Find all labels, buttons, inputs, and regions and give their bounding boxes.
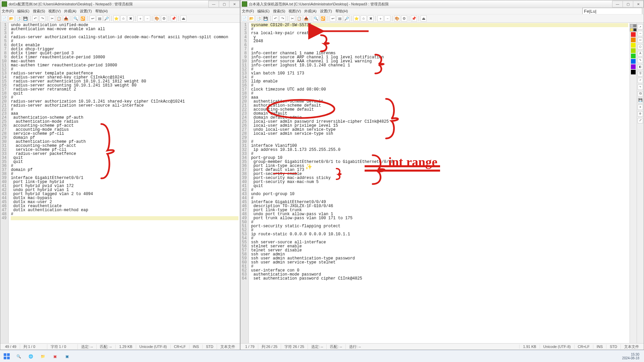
guides-icon[interactable]: ▤ — [97, 15, 103, 21]
zoom-icon[interactable]: 🔎 — [104, 15, 110, 21]
close-button[interactable]: ✕ — [229, 1, 240, 7]
minimize-button[interactable]: — — [612, 1, 623, 7]
zoom-out-icon[interactable]: － — [384, 15, 390, 21]
menu-edit[interactable]: 编辑(E) — [17, 9, 30, 14]
tool-close-icon[interactable]: ✕ — [638, 105, 643, 110]
editor-right[interactable]: 1234567891011121314151617181920212223242… — [240, 23, 644, 343]
editor-left[interactable]: 1234567891011121314151617181920212223242… — [0, 23, 240, 343]
menu-search[interactable]: 搜索(S) — [273, 9, 285, 14]
bookmark-icon[interactable]: ⭐ — [113, 15, 119, 21]
replace-icon[interactable]: 🔁 — [80, 15, 86, 21]
menu-file[interactable]: 文件(F) — [242, 9, 254, 14]
menu-help[interactable]: 帮助(H) — [335, 9, 348, 14]
guides-icon[interactable]: ▤ — [337, 15, 343, 21]
new-file-icon[interactable]: 📄 — [1, 15, 7, 21]
copy-icon[interactable]: 📋 — [56, 15, 62, 21]
exit-icon[interactable]: ⏏ — [180, 15, 186, 21]
toolbar-left: 📄 📂 📑 💾 ↶ ↷ ✂ 📋 📥 🔍 🔁 ↩ ▤ 🔎 ⭐ ☆ ✖ ＋ － — [0, 14, 240, 23]
find-icon[interactable]: 🔍 — [313, 15, 319, 21]
tool-save-icon[interactable]: 💾 — [638, 98, 643, 103]
config-icon[interactable]: ⚙ — [401, 15, 407, 21]
config-icon[interactable]: ⚙ — [161, 15, 167, 21]
menu-settings[interactable]: 设置(T) — [320, 9, 332, 14]
menu-edit[interactable]: 编辑(E) — [257, 9, 270, 14]
menu-view[interactable]: 视图(V) — [288, 9, 301, 14]
tool-copy-icon[interactable]: ⧉ — [638, 91, 643, 97]
status-col: 列 26 / 25 — [258, 344, 281, 349]
bookmark-icon[interactable]: ⭐ — [354, 15, 360, 21]
tool-highlight-icon[interactable]: ◧ — [638, 64, 643, 70]
star-icon[interactable]: ☆ — [120, 15, 126, 21]
cut-icon[interactable]: ✂ — [49, 15, 55, 21]
maximize-button[interactable]: ▢ — [219, 1, 229, 7]
tool-redo-icon[interactable]: ↷ — [638, 84, 643, 90]
star-icon[interactable]: ☆ — [361, 15, 367, 21]
menu-settings[interactable]: 设置(T) — [80, 9, 92, 14]
start-button[interactable] — [2, 352, 11, 361]
open-file-icon[interactable]: 📂 — [8, 15, 14, 21]
menu-view[interactable]: 视图(V) — [48, 9, 61, 14]
undo-icon[interactable]: ↶ — [32, 15, 38, 21]
redo-icon[interactable]: ↷ — [39, 15, 45, 21]
save-icon[interactable]: 💾 — [263, 15, 269, 21]
menu-file[interactable]: 文件(F) — [2, 9, 14, 14]
clear-mark-icon[interactable]: ✖ — [127, 15, 133, 21]
titlebar-left: dot1x配置范例.txt [C:\Users\Administrator\De… — [0, 0, 240, 8]
open-file-icon[interactable]: 📂 — [249, 15, 255, 21]
close-button[interactable]: ✕ — [633, 1, 644, 7]
taskbar-app2-icon[interactable]: ▣ — [62, 352, 72, 361]
zoom-out-icon[interactable]: － — [144, 15, 150, 21]
scheme-icon[interactable]: 🎨 — [154, 15, 160, 21]
menu-help[interactable]: 帮助(H) — [95, 9, 108, 14]
status-std: STD — [606, 345, 621, 349]
tool-expand-icon[interactable]: ⤢ — [638, 118, 643, 123]
browse-icon[interactable]: 📑 — [256, 15, 262, 21]
status-enc: Unicode (UTF-8) — [136, 345, 170, 349]
exit-icon[interactable]: ⏏ — [421, 15, 427, 21]
taskbar-app1-icon[interactable]: ▣ — [50, 352, 60, 361]
tool-arrow-icon[interactable]: ↗ — [638, 24, 643, 29]
zoom-icon[interactable]: 🔎 — [344, 15, 350, 21]
code-area[interactable]: undo authentication unified-modeauthenti… — [9, 23, 240, 343]
tool-settings-icon[interactable]: ⚙ — [638, 111, 643, 117]
wordwrap-icon[interactable]: ↩ — [90, 15, 96, 21]
zoom-in-icon[interactable]: ＋ — [377, 15, 383, 21]
wordwrap-icon[interactable]: ↩ — [330, 15, 336, 21]
tool-line-icon[interactable]: ― — [638, 31, 643, 36]
status-size: 1.91 KB — [519, 345, 539, 349]
tool-number-icon[interactable]: ① — [638, 71, 643, 76]
copy-icon[interactable]: 📋 — [296, 15, 302, 21]
tool-undo-icon[interactable]: ↶ — [638, 78, 643, 83]
taskbar-search-icon[interactable]: 🔍 — [14, 352, 23, 361]
new-file-icon[interactable]: 📄 — [241, 15, 248, 21]
paste-icon[interactable]: 📥 — [303, 15, 309, 21]
tool-circle-icon[interactable]: ◯ — [638, 44, 643, 50]
taskbar-clock[interactable]: 15:30 2024-08-18 — [622, 353, 642, 360]
redo-icon[interactable]: ↷ — [279, 15, 285, 21]
pin-icon[interactable]: 📌 — [171, 15, 177, 21]
zoom-in-icon[interactable]: ＋ — [137, 15, 143, 21]
clear-mark-icon[interactable]: ✖ — [368, 15, 374, 21]
undo-icon[interactable]: ↶ — [272, 15, 278, 21]
tool-rect-icon[interactable]: ▭ — [638, 38, 643, 43]
tool-text-icon[interactable]: A — [638, 51, 643, 56]
find-icon[interactable]: 🔍 — [73, 15, 79, 21]
menu-appearance[interactable]: 外观(A) — [304, 9, 317, 14]
taskbar-edge-icon[interactable]: 🌐 — [26, 352, 36, 361]
search-input[interactable] — [582, 8, 642, 15]
browse-icon[interactable]: 📑 — [15, 15, 21, 21]
pin-icon[interactable]: 📌 — [411, 15, 417, 21]
menu-appearance[interactable]: 外观(A) — [64, 9, 76, 14]
save-icon[interactable]: 💾 — [22, 15, 29, 21]
paste-icon[interactable]: 📥 — [63, 15, 69, 21]
code-area[interactable]: sysname CD120-2F-SW-S5735#rsa local-key-… — [249, 23, 630, 343]
menu-search[interactable]: 搜索(S) — [33, 9, 45, 14]
tool-pen-icon[interactable]: ✎ — [638, 58, 643, 63]
scheme-icon[interactable]: 🎨 — [394, 15, 400, 21]
status-sel2: 选定: -- — [77, 344, 96, 349]
maximize-button[interactable]: ▢ — [623, 1, 633, 7]
taskbar-explorer-icon[interactable]: 📁 — [38, 352, 48, 361]
cut-icon[interactable]: ✂ — [289, 15, 295, 21]
minimize-button[interactable]: — — [208, 1, 219, 7]
replace-icon[interactable]: 🔁 — [320, 15, 326, 21]
